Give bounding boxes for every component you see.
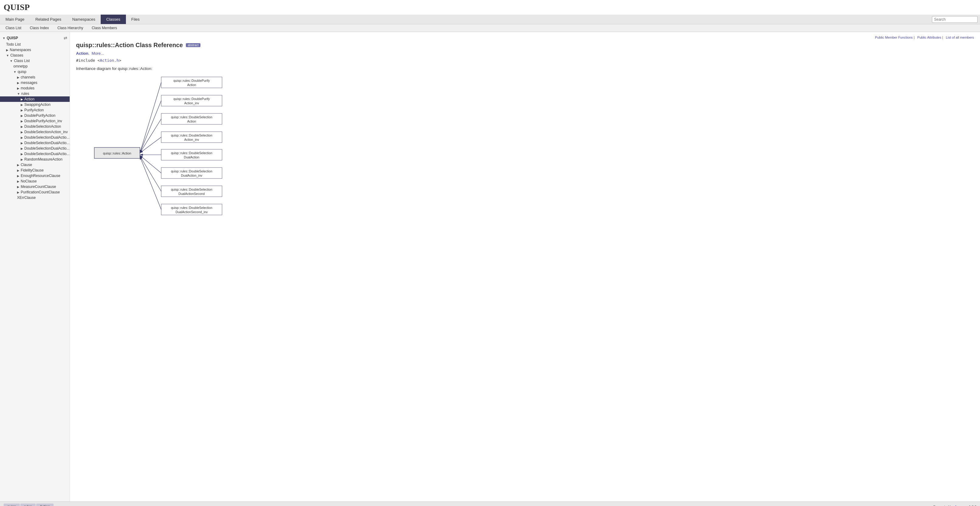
sidebar-item-clause[interactable]: ▶ Clause xyxy=(0,162,70,167)
sidebar-item-double-selection-action[interactable]: ▶ DoubleSelectionAction xyxy=(0,124,70,129)
sidebar-item-rules[interactable]: ▼ rules xyxy=(0,91,70,96)
link-public-attributes[interactable]: Public Attributes xyxy=(917,36,941,39)
action-description: Action. More... xyxy=(76,51,974,56)
sub-nav-class-index[interactable]: Class Index xyxy=(25,24,53,32)
sidebar-item-swapping-action[interactable]: ▶ SwappingAction xyxy=(0,102,70,107)
main-nav: Main Page Related Pages Namespaces Class… xyxy=(0,14,980,24)
sidebar-item-action[interactable]: ▶ Action xyxy=(0,96,70,102)
sub-nav-class-hierarchy[interactable]: Class Hierarchy xyxy=(53,24,88,32)
nav-namespaces[interactable]: Namespaces xyxy=(67,14,101,24)
sidebar-root[interactable]: ▼ QUISP ⇄ xyxy=(0,34,70,42)
sidebar-item-enough-resource-clause[interactable]: ▶ EnoughResourceClause xyxy=(0,173,70,178)
sidebar-label: Clause xyxy=(21,163,32,167)
sidebar-label: DoubleSelectionDualActio... xyxy=(24,141,70,145)
sidebar-item-classes[interactable]: ▼ Classes xyxy=(0,53,70,58)
line-3 xyxy=(140,119,161,153)
sub-nav-class-members[interactable]: Class Members xyxy=(87,24,121,32)
sidebar-label: omnetpp xyxy=(13,64,28,68)
link-public-member-functions[interactable]: Public Member Functions xyxy=(875,36,913,39)
sidebar-label: Todo List xyxy=(6,42,21,46)
arrow-icon: ▶ xyxy=(21,158,23,161)
arrow-icon: ▶ xyxy=(21,142,23,145)
sidebar-item-modules[interactable]: ▶ modules xyxy=(0,86,70,91)
page-title-container: quisp::rules::Action Class Reference abs… xyxy=(76,42,974,49)
sidebar-label: Class List xyxy=(14,59,30,63)
arrow-icon: ▼ xyxy=(17,92,20,95)
arrow-icon: ▶ xyxy=(17,81,19,84)
sidebar-label: Action xyxy=(24,97,34,101)
nav-files[interactable]: Files xyxy=(126,14,145,24)
node-label-5b: DualAction xyxy=(184,155,199,159)
sidebar-item-dsdual4[interactable]: ▶ DoubleSelectionDualActio... xyxy=(0,151,70,157)
footer: quisp rules Action Generated by doxygen … xyxy=(0,501,980,506)
arrow-icon: ▶ xyxy=(17,191,19,194)
breadcrumb-action[interactable]: Action xyxy=(36,504,54,506)
sidebar-item-dsdual3[interactable]: ▶ DoubleSelectionDualActio... xyxy=(0,146,70,151)
doxygen-version: 1.8.6 xyxy=(969,505,976,506)
inheritance-diagram: quisp::rules::Action quisp::rules::Doubl… xyxy=(76,74,228,232)
sidebar-item-no-clause[interactable]: ▶ NoClause xyxy=(0,178,70,184)
nav-main-page[interactable]: Main Page xyxy=(0,14,30,24)
sidebar-item-class-list[interactable]: ▼ Class List xyxy=(0,58,70,64)
sidebar-item-double-purify-action[interactable]: ▶ DoublePurifyAction xyxy=(0,113,70,118)
line-1 xyxy=(140,83,161,153)
sidebar-item-namespaces[interactable]: ▶ Namespaces xyxy=(0,47,70,53)
node-label-1: quisp::rules::DoublePurify xyxy=(173,79,210,83)
sidebar-label: DoubleSelectionAction xyxy=(24,124,61,129)
action-link[interactable]: Action xyxy=(76,51,88,56)
node-label-4: quisp::rules::DoubleSelection xyxy=(171,134,212,137)
sidebar-item-purify-action[interactable]: ▶ PurifyAction xyxy=(0,107,70,113)
sidebar-label: EnoughResourceClause xyxy=(21,173,60,178)
sidebar-item-random-measure-action[interactable]: ▶ RandomMeasureAction xyxy=(0,157,70,162)
sidebar-item-omnetpp[interactable]: omnetpp xyxy=(0,64,70,69)
sidebar-item-fidelity-clause[interactable]: ▶ FidelityClause xyxy=(0,167,70,173)
node-label-1b: Action xyxy=(187,83,196,87)
sidebar-item-quisp[interactable]: ▼ quisp xyxy=(0,69,70,75)
arrow-icon: ▶ xyxy=(17,174,19,178)
sidebar-label: DoubleSelectionDualActio... xyxy=(24,152,70,156)
sidebar-item-purification-count-clause[interactable]: ▶ PurificationCountClause xyxy=(0,189,70,195)
breadcrumb-rules[interactable]: rules xyxy=(21,504,36,506)
center-node-label: quisp::rules::Action xyxy=(103,151,131,155)
sidebar-item-todo-list[interactable]: Todo List xyxy=(0,42,70,47)
breadcrumb-quisp[interactable]: quisp xyxy=(4,504,20,506)
sidebar-item-dsdual2[interactable]: ▶ DoubleSelectionDualActio... xyxy=(0,140,70,146)
node-label-5: quisp::rules::DoubleSelection xyxy=(171,151,212,155)
root-arrow: ▼ xyxy=(2,37,5,40)
sidebar-label: XErrClause xyxy=(17,196,36,200)
sidebar-item-double-purify-action-inv[interactable]: ▶ DoublePurifyAction_inv xyxy=(0,118,70,124)
nav-related-pages[interactable]: Related Pages xyxy=(30,14,67,24)
sidebar-item-dsdual1[interactable]: ▶ DoubleSelectionDualActio... xyxy=(0,135,70,140)
site-title: QUISP xyxy=(4,2,976,12)
sidebar-item-messages[interactable]: ▶ messages xyxy=(0,80,70,86)
link-list-all-members[interactable]: List of all members xyxy=(946,36,974,39)
sidebar-label: RandomMeasureAction xyxy=(24,157,62,161)
main-content: Public Member Functions | Public Attribu… xyxy=(70,32,980,501)
sync-icon[interactable]: ⇄ xyxy=(64,36,67,40)
arrow-icon: ▼ xyxy=(10,59,13,63)
page-title-text: quisp::rules::Action Class Reference xyxy=(76,42,183,49)
sidebar-label: rules xyxy=(21,92,29,96)
sidebar-item-xerr-clause[interactable]: XErrClause xyxy=(0,195,70,200)
sidebar-item-double-selection-action-inv[interactable]: ▶ DoubleSelectionAction_inv xyxy=(0,129,70,135)
sidebar-label: DoublePurifyAction xyxy=(24,113,56,118)
arrow-icon: ▶ xyxy=(21,103,23,107)
arrow-icon: ▶ xyxy=(21,98,23,101)
nav-classes[interactable]: Classes xyxy=(101,14,126,24)
node-label-7: quisp::rules::DoubleSelection xyxy=(171,188,212,191)
more-link[interactable]: More... xyxy=(92,51,104,56)
sidebar-item-measure-count-clause[interactable]: ▶ MeasureCountClause xyxy=(0,184,70,189)
arrow-icon: ▶ xyxy=(21,114,23,118)
arrow-icon: ▼ xyxy=(13,70,16,73)
header: QUISP xyxy=(0,0,980,14)
search-input[interactable] xyxy=(932,16,978,23)
sub-nav-class-list[interactable]: Class List xyxy=(1,24,25,32)
arrow-icon: ▶ xyxy=(21,125,23,128)
doxygen-link[interactable]: doxygen xyxy=(954,505,968,506)
sidebar-label: DoublePurifyAction_inv xyxy=(24,119,62,123)
sidebar-label: messages xyxy=(21,81,37,85)
node-label-4b: Action_inv xyxy=(184,138,199,142)
sidebar-item-channels[interactable]: ▶ channels xyxy=(0,75,70,80)
arrow-icon: ▶ xyxy=(21,147,23,150)
include-file-link[interactable]: Action.h xyxy=(100,58,119,63)
